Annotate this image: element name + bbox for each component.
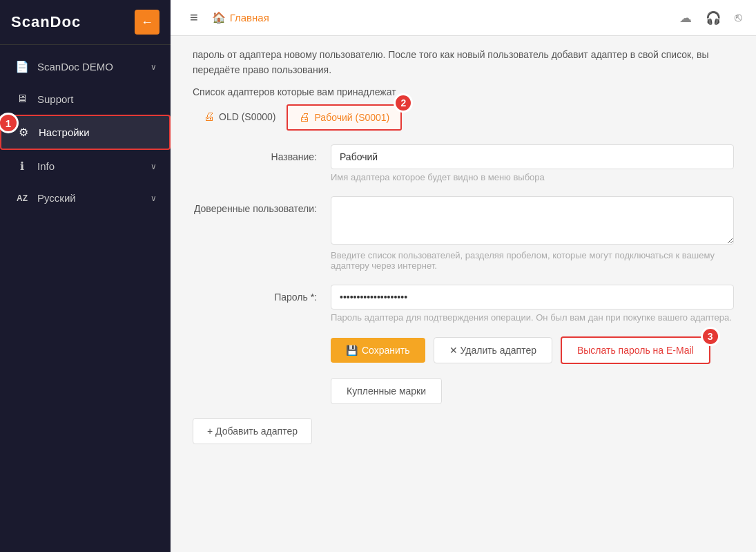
headset-icon[interactable]: 🎧 (706, 10, 721, 26)
save-icon: 💾 (346, 345, 358, 356)
back-button[interactable]: ← (135, 10, 159, 35)
main-area: ≡ 🏠 Главная ☁ 🎧 ⎋ пароль от адаптера нов… (171, 0, 756, 552)
content-area: пароль от адаптера новому пользователю. … (171, 36, 756, 552)
adapter-tabs: 🖨 OLD (S0000) 🖨 Рабочий (S0001) 2 (193, 104, 734, 131)
name-row: Название: Имя адаптера которое будет вид… (193, 144, 734, 182)
info-icon: ℹ (14, 160, 30, 173)
add-adapter-label: + Добавить адаптер (207, 426, 298, 437)
add-adapter-section: + Добавить адаптер (193, 418, 734, 444)
app-logo: ScanDoc (11, 13, 81, 31)
name-control: Имя адаптера которое будет видно в меню … (331, 144, 734, 182)
brands-label: Купленные марки (347, 386, 426, 397)
sidebar-item-nastroyki[interactable]: 1 ⚙ Настройки (0, 115, 171, 150)
intro-paragraph: пароль от адаптера новому пользователю. … (193, 47, 734, 78)
sidebar-item-support[interactable]: 🖥 Support (0, 83, 171, 115)
email-label: Выслать пароль на E-Mail (577, 345, 694, 356)
password-label: Пароль *: (193, 285, 331, 303)
sidebar-item-label: ScanDoc DEMO (37, 61, 151, 73)
badge-2: 2 (394, 93, 413, 113)
chevron-down-icon: ∨ (151, 162, 157, 171)
sidebar-item-label: Настройки (39, 126, 155, 138)
printer-icon: 🖨 (299, 111, 310, 124)
action-row: 💾 Сохранить ✕ Удалить адаптер Выслать па… (331, 336, 734, 364)
name-input[interactable] (331, 144, 734, 169)
email-button-wrap: Выслать пароль на E-Mail 3 (561, 336, 710, 364)
adapter-tab-rabochiy[interactable]: 🖨 Рабочий (S0001) (287, 104, 402, 131)
trusted-label: Доверенные пользователи: (193, 196, 331, 214)
password-hint: Пароль адаптера для подтверждения операц… (331, 312, 734, 323)
sidebar-item-label: Info (37, 160, 151, 172)
sidebar-item-label: Support (37, 93, 157, 105)
name-hint: Имя адаптера которое будет видно в меню … (331, 172, 734, 182)
sidebar-item-label: Русский (37, 192, 151, 204)
save-label: Сохранить (362, 345, 410, 356)
adapters-list-label: Список адаптеров которые вам принадлежат (193, 86, 734, 97)
adapter-form: Название: Имя адаптера которое будет вид… (193, 144, 734, 323)
language-icon: AZ (14, 193, 30, 203)
email-button[interactable]: Выслать пароль на E-Mail (561, 336, 710, 364)
adapter-tab-rabochiy-wrap: 🖨 Рабочий (S0001) 2 (287, 104, 402, 131)
sidebar-item-info[interactable]: ℹ Info ∨ (0, 150, 171, 182)
password-input[interactable] (331, 285, 734, 310)
brands-button[interactable]: Купленные марки (331, 378, 442, 404)
intro-text: пароль от адаптера новому пользователю. … (193, 36, 734, 86)
chevron-down-icon: ∨ (151, 193, 157, 203)
delete-label: ✕ Удалить адаптер (449, 345, 536, 356)
home-icon: 🏠 (212, 11, 226, 24)
brands-section: Купленные марки (331, 378, 734, 404)
home-link[interactable]: 🏠 Главная (212, 11, 269, 24)
topbar-actions: ☁ 🎧 ⎋ (679, 10, 742, 26)
home-label: Главная (230, 12, 269, 23)
menu-button[interactable]: ≡ (184, 7, 204, 28)
exit-icon[interactable]: ⎋ (735, 10, 742, 26)
sidebar: ScanDoc ← 📄 ScanDoc DEMO ∨ 🖥 Support 1 ⚙… (0, 0, 171, 552)
sidebar-item-scandoc-demo[interactable]: 📄 ScanDoc DEMO ∨ (0, 50, 171, 83)
sidebar-header: ScanDoc ← (0, 0, 171, 45)
adapter-tab-rabochiy-label: Рабочий (S0001) (314, 112, 389, 123)
topbar: ≡ 🏠 Главная ☁ 🎧 ⎋ (171, 0, 756, 36)
monitor-icon: 🖥 (14, 93, 30, 105)
trusted-control: Введите список пользователей, разделяя п… (331, 196, 734, 271)
gear-icon: ⚙ (15, 126, 32, 139)
chevron-down-icon: ∨ (151, 62, 157, 72)
trusted-input[interactable] (331, 196, 734, 245)
printer-icon: 🖨 (204, 111, 215, 123)
sidebar-nav: 📄 ScanDoc DEMO ∨ 🖥 Support 1 ⚙ Настройки… (0, 45, 171, 552)
delete-button[interactable]: ✕ Удалить адаптер (434, 337, 552, 363)
trusted-row: Доверенные пользователи: Введите список … (193, 196, 734, 271)
name-label: Название: (193, 144, 331, 162)
badge-3: 3 (701, 327, 720, 346)
password-row: Пароль *: Пароль адаптера для подтвержде… (193, 285, 734, 323)
cloud-icon[interactable]: ☁ (679, 10, 692, 26)
trusted-hint: Введите список пользователей, разделяя п… (331, 250, 734, 271)
save-button[interactable]: 💾 Сохранить (331, 338, 425, 363)
password-control: Пароль адаптера для подтверждения операц… (331, 285, 734, 323)
adapter-tab-old[interactable]: 🖨 OLD (S0000) (193, 104, 287, 131)
adapter-tab-old-label: OLD (S0000) (219, 111, 275, 122)
document-icon: 📄 (14, 60, 30, 73)
sidebar-item-russian[interactable]: AZ Русский ∨ (0, 182, 171, 213)
add-adapter-button[interactable]: + Добавить адаптер (193, 418, 312, 444)
